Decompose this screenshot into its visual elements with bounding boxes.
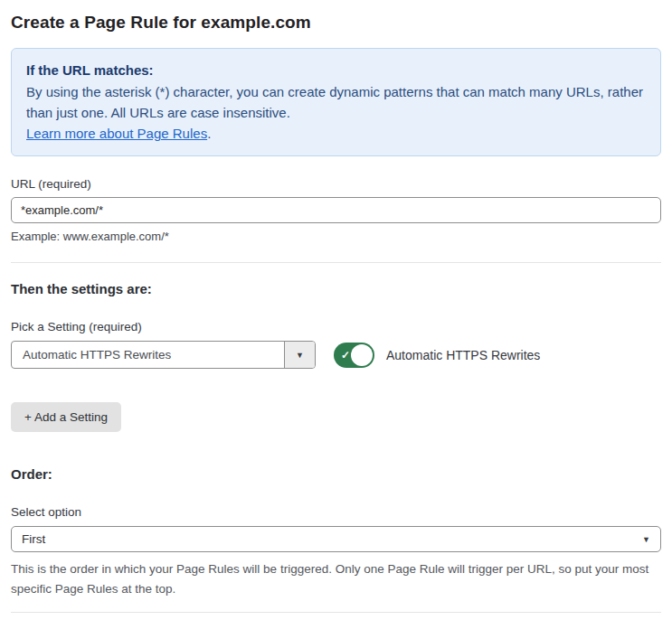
url-field-label: URL (required) [11, 177, 661, 191]
settings-section-heading: Then the settings are: [11, 281, 661, 296]
setting-dropdown-button[interactable]: ▼ [284, 342, 315, 368]
pick-setting-label: Pick a Setting (required) [11, 320, 661, 333]
callout-body-text: By using the asterisk (*) character, you… [26, 84, 643, 120]
divider [11, 612, 661, 613]
order-help-text: This is the order in which your Page Rul… [11, 559, 661, 599]
setting-toggle[interactable]: ✓ [334, 343, 374, 368]
toggle-knob [351, 344, 373, 366]
link-period: . [207, 126, 211, 141]
callout-body: By using the asterisk (*) character, you… [26, 81, 646, 123]
caret-down-icon: ▼ [296, 351, 304, 360]
order-section-heading: Order: [11, 466, 661, 482]
url-match-info-callout: If the URL matches: By using the asteris… [11, 48, 661, 156]
setting-dropdown-value: Automatic HTTPS Rewrites [12, 342, 284, 368]
add-setting-button[interactable]: + Add a Setting [11, 402, 121, 432]
order-select-label: Select option [11, 505, 661, 519]
create-page-rule-form: Create a Page Rule for example.com If th… [0, 0, 672, 620]
order-select[interactable]: First ▼ [11, 526, 661, 552]
url-input[interactable] [11, 197, 661, 223]
learn-more-link[interactable]: Learn more about Page Rules [26, 126, 207, 141]
divider [11, 262, 661, 263]
caret-down-icon: ▼ [642, 535, 650, 544]
setting-row: Automatic HTTPS Rewrites ▼ ✓ Automatic H… [11, 341, 661, 369]
callout-heading: If the URL matches: [26, 60, 646, 80]
order-select-value: First [22, 532, 45, 546]
setting-toggle-label: Automatic HTTPS Rewrites [386, 348, 540, 362]
setting-dropdown[interactable]: Automatic HTTPS Rewrites ▼ [11, 341, 316, 369]
callout-link-line: Learn more about Page Rules. [26, 123, 646, 144]
page-title: Create a Page Rule for example.com [11, 13, 661, 33]
check-icon: ✓ [341, 350, 350, 361]
url-example-hint: Example: www.example.com/* [11, 230, 661, 243]
